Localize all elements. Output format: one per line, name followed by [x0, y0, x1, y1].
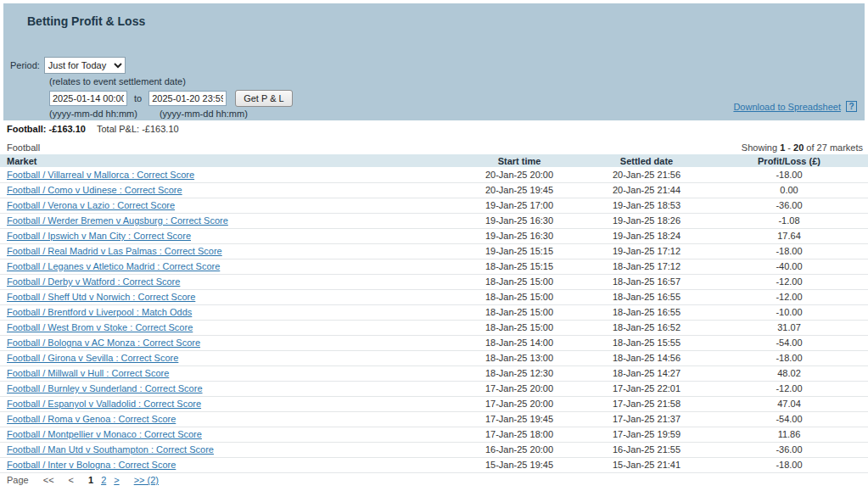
sport-total: Football: -£163.10 — [7, 124, 86, 134]
market-link[interactable]: Football / Como v Udinese : Correct Scor… — [7, 185, 182, 195]
table-row: Football / Verona v Lazio : Correct Scor… — [0, 198, 868, 213]
market-link[interactable]: Football / Bologna v AC Monza : Correct … — [7, 338, 200, 348]
table-row: Football / Burnley v Sunderland : Correc… — [0, 381, 868, 396]
total-pl-label: Total P&L: — [97, 124, 139, 134]
start-time-cell: 18-Jan-25 15:00 — [456, 304, 583, 320]
showing-to: 20 — [793, 142, 804, 153]
market-link[interactable]: Football / Montpellier v Monaco : Correc… — [7, 429, 202, 439]
profit-loss-cell: 48.02 — [710, 365, 868, 381]
table-row: Football / Como v Udinese : Correct Scor… — [0, 182, 868, 198]
download-spreadsheet-link[interactable]: Download to Spreadsheet — [733, 102, 841, 112]
table-row: Football / Bologna v AC Monza : Correct … — [0, 335, 868, 350]
pagination: Page << < 1 2 > >> (2) — [7, 475, 173, 485]
profit-loss-cell: 11.86 — [710, 427, 868, 442]
table-row: Football / Espanyol v Valladolid : Corre… — [0, 396, 868, 411]
market-link[interactable]: Football / Brentford v Liverpool : Match… — [7, 307, 192, 317]
market-link[interactable]: Football / Real Madrid v Las Palmas : Co… — [7, 246, 222, 256]
market-link[interactable]: Football / West Brom v Stoke : Correct S… — [7, 322, 193, 332]
settled-date-cell: 18-Jan-25 17:12 — [583, 259, 710, 274]
start-time-cell: 16-Jan-25 20:00 — [456, 442, 583, 457]
settled-date-cell: 20-Jan-25 21:44 — [583, 182, 710, 198]
market-link[interactable]: Football / Derby v Watford : Correct Sco… — [7, 276, 180, 287]
page-title: Betting Profit & Loss — [3, 3, 865, 28]
market-link[interactable]: Football / Sheff Utd v Norwich : Correct… — [7, 292, 195, 302]
total-pl: Total P&L: -£163.10 — [97, 124, 179, 134]
market-link[interactable]: Football / Werder Bremen v Augsburg : Co… — [7, 215, 228, 226]
profit-loss-cell: -18.00 — [710, 457, 868, 472]
table-row: Football / Real Madrid v Las Palmas : Co… — [0, 243, 868, 259]
profit-loss-cell: -18.00 — [710, 350, 868, 365]
settled-date-cell: 18-Jan-25 16:52 — [583, 320, 710, 335]
table-row: Football / Leganes v Atletico Madrid : C… — [0, 259, 868, 274]
profit-loss-cell: -54.00 — [710, 335, 868, 350]
settled-date-cell: 17-Jan-25 19:59 — [583, 427, 710, 442]
market-link[interactable]: Football / Leganes v Atletico Madrid : C… — [7, 261, 220, 271]
settled-date-cell: 20-Jan-25 21:56 — [583, 167, 710, 182]
table-row: Football / Roma v Genoa : Correct Score … — [0, 411, 868, 427]
get-pl-button[interactable]: Get P & L — [235, 90, 293, 107]
column-header-market: Market — [0, 154, 456, 167]
start-time-cell: 19-Jan-25 16:30 — [456, 228, 583, 243]
showing-suffix: of 27 markets — [806, 142, 863, 153]
settled-date-cell: 19-Jan-25 18:53 — [583, 198, 710, 213]
market-link[interactable]: Football / Burnley v Sunderland : Correc… — [7, 383, 203, 393]
last-page-link[interactable]: >> (2) — [134, 475, 159, 485]
period-label: Period: — [10, 60, 40, 70]
start-time-cell: 19-Jan-25 15:15 — [456, 243, 583, 259]
settled-date-cell: 18-Jan-25 15:55 — [583, 335, 710, 350]
start-time-cell: 20-Jan-25 20:00 — [456, 167, 583, 182]
page-label: Page — [7, 475, 29, 485]
showing-separator: - — [787, 142, 791, 153]
settlement-note: (relates to event settlement date) — [49, 76, 865, 86]
showing-from: 1 — [780, 142, 785, 153]
start-time-cell: 17-Jan-25 18:00 — [456, 427, 583, 442]
start-time-cell: 17-Jan-25 20:00 — [456, 396, 583, 411]
date-to-input[interactable] — [148, 91, 227, 106]
profit-loss-cell: -54.00 — [710, 411, 868, 427]
market-link[interactable]: Football / Inter v Bologna : Correct Sco… — [7, 460, 176, 470]
settled-date-cell: 18-Jan-25 16:55 — [583, 304, 710, 320]
market-link[interactable]: Football / Man Utd v Southampton : Corre… — [7, 444, 214, 455]
market-link[interactable]: Football / Girona v Sevilla : Correct Sc… — [7, 353, 178, 363]
to-label: to — [134, 93, 142, 103]
first-page-button[interactable]: << — [43, 475, 54, 485]
section-label: Football — [7, 142, 40, 153]
settled-date-cell: 18-Jan-25 16:55 — [583, 289, 710, 304]
market-link[interactable]: Football / Ipswich v Man City : Correct … — [7, 231, 191, 241]
profit-loss-cell: 0.00 — [710, 182, 868, 198]
market-link[interactable]: Football / Villarreal v Mallorca : Corre… — [7, 170, 194, 180]
settled-date-cell: 19-Jan-25 17:12 — [583, 243, 710, 259]
profit-loss-cell: -1.08 — [710, 213, 868, 228]
market-link[interactable]: Football / Millwall v Hull : Correct Sco… — [7, 368, 169, 378]
start-time-cell: 17-Jan-25 20:00 — [456, 381, 583, 396]
profit-loss-cell: 31.07 — [710, 320, 868, 335]
table-row: Football / Inter v Bologna : Correct Sco… — [0, 457, 868, 472]
market-link[interactable]: Football / Espanyol v Valladolid : Corre… — [7, 399, 201, 409]
profit-loss-cell: 47.04 — [710, 396, 868, 411]
table-row: Football / Werder Bremen v Augsburg : Co… — [0, 213, 868, 228]
start-time-cell: 18-Jan-25 15:00 — [456, 274, 583, 289]
next-page-link[interactable]: > — [114, 475, 119, 485]
profit-loss-cell: -40.00 — [710, 259, 868, 274]
total-pl-value: -£163.10 — [142, 124, 178, 134]
start-time-cell: 15-Jan-25 19:45 — [456, 457, 583, 472]
market-link[interactable]: Football / Verona v Lazio : Correct Scor… — [7, 200, 175, 210]
settled-date-cell: 16-Jan-25 21:55 — [583, 442, 710, 457]
date-from-input[interactable] — [49, 91, 127, 106]
prev-page-button[interactable]: < — [69, 475, 74, 485]
market-link[interactable]: Football / Roma v Genoa : Correct Score — [7, 414, 176, 424]
help-icon[interactable]: ? — [846, 101, 857, 112]
settled-date-cell: 18-Jan-25 16:57 — [583, 274, 710, 289]
current-page: 1 — [88, 475, 93, 485]
profit-loss-cell: -12.00 — [710, 381, 868, 396]
start-time-cell: 18-Jan-25 12:30 — [456, 365, 583, 381]
table-row: Football / Brentford v Liverpool : Match… — [0, 304, 868, 320]
table-row: Football / Montpellier v Monaco : Correc… — [0, 427, 868, 442]
profit-loss-cell: -18.00 — [710, 243, 868, 259]
page-2-link[interactable]: 2 — [101, 475, 106, 485]
table-row: Football / Ipswich v Man City : Correct … — [0, 228, 868, 243]
date-format-hint-from: (yyyy-mm-dd hh:mm) — [49, 109, 137, 119]
table-row: Football / West Brom v Stoke : Correct S… — [0, 320, 868, 335]
settled-date-cell: 19-Jan-25 18:24 — [583, 228, 710, 243]
period-select[interactable]: Just for Today — [44, 57, 126, 74]
